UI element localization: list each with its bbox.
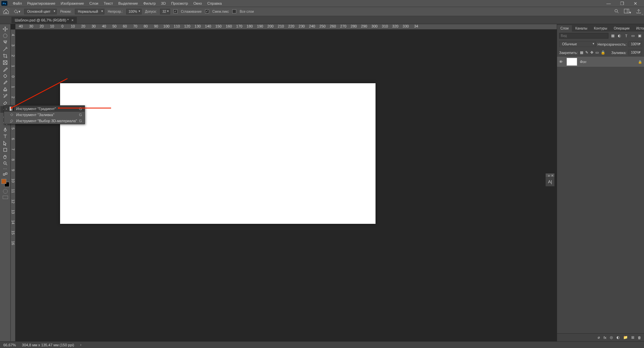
- tab-layers[interactable]: Слои: [557, 25, 572, 32]
- flyout-3dmaterial[interactable]: Инструмент "Выбор 3D-материала" G: [4, 118, 85, 124]
- flyout-gradient[interactable]: • Инструмент "Градиент" G: [4, 106, 85, 112]
- opacity-label: Непрозр.:: [108, 10, 123, 13]
- panel-close-icon[interactable]: ×: [551, 173, 553, 177]
- document-tab[interactable]: Шаблон.psd @ 66,7% (RGB/8) * ×: [11, 17, 77, 23]
- hand-tool[interactable]: [0, 153, 10, 160]
- canvas[interactable]: [60, 83, 376, 224]
- zoom-level[interactable]: 66,67%: [3, 343, 16, 347]
- marquee-tool[interactable]: [0, 32, 10, 39]
- close-icon[interactable]: ✕: [631, 1, 640, 6]
- svg-rect-6: [4, 148, 7, 151]
- new-layer-icon[interactable]: ⊞: [631, 335, 634, 340]
- brush-tool[interactable]: [0, 79, 10, 86]
- shape-tool[interactable]: [0, 146, 10, 153]
- pen-tool[interactable]: [0, 126, 10, 133]
- tolerance-input[interactable]: 32: [160, 9, 170, 14]
- lock-all-icon[interactable]: 🔒: [601, 50, 605, 55]
- mode-label: Режим:: [60, 10, 71, 13]
- visibility-icon[interactable]: 👁: [559, 60, 564, 64]
- panel-collapse-icon[interactable]: «: [642, 13, 643, 16]
- screenmode-icon[interactable]: [3, 196, 8, 199]
- group-icon[interactable]: 📁: [623, 335, 628, 340]
- lasso-tool[interactable]: [0, 39, 10, 46]
- menu-layers[interactable]: Слои: [87, 1, 101, 5]
- filter-pixel-icon[interactable]: ▦: [610, 34, 615, 38]
- status-menu-icon[interactable]: ›: [80, 343, 81, 347]
- layer-fill-input[interactable]: 100%: [629, 50, 642, 55]
- history-brush-tool[interactable]: [0, 93, 10, 99]
- menu-filter[interactable]: Фильтр: [141, 1, 158, 5]
- share-icon[interactable]: [636, 8, 641, 14]
- blend-mode-dropdown[interactable]: Обычные: [559, 41, 596, 47]
- filter-smart-icon[interactable]: ▣: [637, 34, 642, 38]
- home-icon[interactable]: [3, 8, 9, 15]
- layer-search-input[interactable]: [559, 33, 608, 39]
- menu-view[interactable]: Просмотр: [168, 1, 191, 5]
- move-tool[interactable]: [0, 26, 10, 32]
- canvas-background[interactable]: [15, 30, 557, 341]
- tool-overflow[interactable]: •••: [3, 167, 7, 170]
- antialias-checkbox[interactable]: [174, 9, 178, 13]
- mask-icon[interactable]: ◎: [610, 335, 613, 340]
- search-icon[interactable]: [614, 8, 619, 14]
- tab-actions[interactable]: Операции: [610, 25, 633, 32]
- link-layers-icon[interactable]: ⌀: [598, 335, 600, 340]
- menu-3d[interactable]: 3D: [158, 1, 168, 5]
- workspace-icon[interactable]: ▾: [624, 8, 631, 15]
- type-tool[interactable]: [0, 133, 10, 140]
- menu-help[interactable]: Справка: [205, 1, 225, 5]
- alllayers-checkbox[interactable]: [232, 9, 236, 13]
- panel-collapse-icon[interactable]: »: [548, 173, 550, 177]
- ruler-tick: 260: [328, 24, 338, 29]
- opacity-input[interactable]: 100%: [126, 9, 142, 14]
- zoom-tool[interactable]: [0, 160, 10, 166]
- lock-pixels-icon[interactable]: ▦: [580, 50, 583, 55]
- flyout-bucket[interactable]: Инструмент "Заливка" G: [4, 112, 85, 118]
- trash-icon[interactable]: 🗑: [638, 336, 641, 340]
- fx-icon[interactable]: fx: [603, 336, 606, 340]
- bucket-icon[interactable]: ▾: [13, 7, 21, 15]
- layer-thumbnail[interactable]: [566, 58, 577, 66]
- adjustment-icon[interactable]: ◐: [616, 335, 620, 340]
- frame-tool[interactable]: [0, 59, 10, 66]
- lock-paint-icon[interactable]: ✎: [585, 50, 588, 55]
- menu-image[interactable]: Изображение: [58, 1, 87, 5]
- lock-position-icon[interactable]: ✥: [590, 50, 593, 55]
- menu-window[interactable]: Окно: [191, 1, 205, 5]
- eraser-tool[interactable]: [0, 99, 10, 106]
- filter-shape-icon[interactable]: ▭: [631, 34, 635, 38]
- tab-paths[interactable]: Контуры: [591, 25, 610, 32]
- eyedropper-tool[interactable]: [0, 66, 10, 72]
- doc-dimensions[interactable]: 304,8 мм x 135,47 мм (150 ppi): [22, 343, 74, 347]
- glyphs-panel-collapsed[interactable]: »× A|: [545, 173, 555, 187]
- lock-icon[interactable]: 🔒: [638, 60, 642, 64]
- filter-adjust-icon[interactable]: ◐: [617, 34, 622, 38]
- contiguous-checkbox[interactable]: [205, 9, 209, 13]
- stamp-tool[interactable]: [0, 86, 10, 93]
- edit-toolbar[interactable]: [0, 171, 10, 178]
- mode-dropdown[interactable]: Нормальный: [75, 9, 104, 14]
- color-swatch[interactable]: [1, 179, 9, 187]
- close-tab-icon[interactable]: ×: [71, 18, 73, 22]
- crop-tool[interactable]: [0, 52, 10, 59]
- quickmask-icon[interactable]: [3, 189, 8, 194]
- ruler-tick: 14: [11, 217, 15, 227]
- minimize-icon[interactable]: —: [604, 1, 613, 6]
- maximize-icon[interactable]: ❐: [617, 1, 627, 6]
- menu-select[interactable]: Выделение: [116, 1, 141, 5]
- tab-history[interactable]: История: [633, 25, 644, 32]
- svg-rect-8: [3, 173, 5, 175]
- menu-edit[interactable]: Редактирование: [24, 1, 58, 5]
- menu-file[interactable]: Файл: [10, 1, 24, 5]
- filter-type-icon[interactable]: T: [624, 34, 629, 38]
- healing-tool[interactable]: [0, 72, 10, 79]
- menu-text[interactable]: Текст: [101, 1, 116, 5]
- lock-artboard-icon[interactable]: ▭: [595, 50, 599, 55]
- wand-tool[interactable]: [0, 46, 10, 52]
- path-select-tool[interactable]: [0, 140, 10, 146]
- layer-opacity-input[interactable]: 100%: [629, 41, 642, 47]
- layer-name[interactable]: Фон: [580, 60, 586, 64]
- tab-channels[interactable]: Каналы: [572, 25, 591, 32]
- fill-source-dropdown[interactable]: Основной цвет: [24, 9, 57, 14]
- layer-row[interactable]: 👁 Фон 🔒: [557, 57, 644, 67]
